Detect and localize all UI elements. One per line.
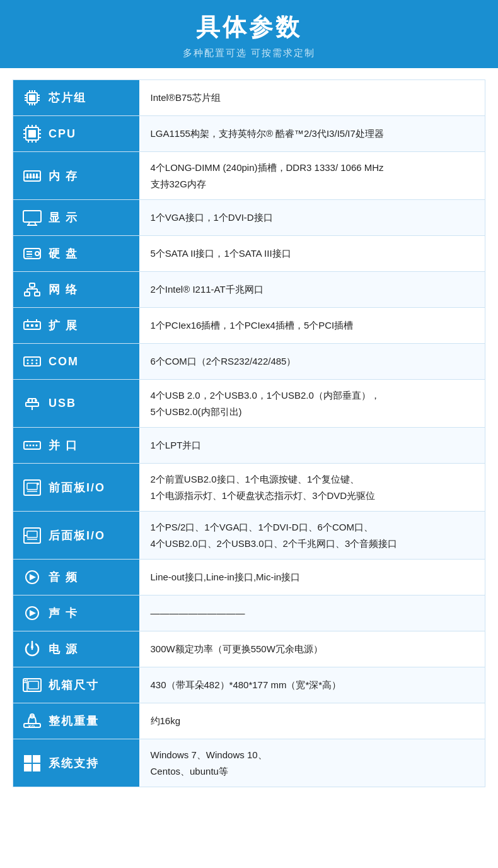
label-cell-hdd: 硬 盘 <box>13 236 139 272</box>
frontio-icon <box>21 476 43 499</box>
label-cell-com: COM <box>13 344 139 380</box>
label-cell-power: 电 源 <box>13 631 139 667</box>
svg-point-69 <box>35 399 37 402</box>
os-icon <box>21 752 43 775</box>
svg-point-61 <box>32 363 33 365</box>
chipset-icon <box>21 86 43 109</box>
spec-row-memory: 内 存4个LONG-DIMM (240pin)插槽，DDR3 1333/ 106… <box>13 152 485 200</box>
svg-rect-97 <box>24 755 32 763</box>
label-cell-soundcard: 声 卡 <box>13 595 139 631</box>
svg-point-60 <box>27 363 29 365</box>
usb-icon <box>21 392 43 415</box>
svg-point-79 <box>37 483 39 485</box>
label-cell-frontio: 前面板I/O <box>13 464 139 512</box>
label-cell-audio: 音 频 <box>13 560 139 595</box>
svg-marker-87 <box>30 610 36 616</box>
svg-point-73 <box>30 445 32 447</box>
value-cell-weight: 约16kg <box>139 703 485 739</box>
label-text-expansion: 扩 展 <box>49 318 78 333</box>
svg-rect-51 <box>26 324 29 327</box>
spec-row-os: 系统支持Windows 7、Windows 10、Centos、ubuntu等 <box>13 739 485 787</box>
value-cell-frontio: 2个前置USB2.0接口、1个电源按键、1个复位键、1个电源指示灯、1个硬盘状态… <box>139 464 485 512</box>
label-cell-display: 显 示 <box>13 200 139 236</box>
svg-rect-53 <box>35 324 38 327</box>
svg-point-57 <box>27 360 29 361</box>
spec-row-parallel: 并 口1个LPT并口 <box>13 428 485 464</box>
label-cell-chipset: 芯片组 <box>13 80 139 116</box>
audio-icon <box>21 566 43 589</box>
cpu-icon <box>21 122 43 145</box>
svg-rect-28 <box>24 171 40 181</box>
spec-row-chassissize: 机箱尺寸430（带耳朵482）*480*177 mm（宽*深*高） <box>13 667 485 703</box>
svg-point-92 <box>25 680 26 682</box>
value-cell-expansion: 1个PCIex16插槽，1个PCIex4插槽，5个PCI插槽 <box>139 308 485 344</box>
label-cell-os: 系统支持 <box>13 739 139 787</box>
value-cell-reario: 1个PS/2口、1个VGA口、1个DVI-D口、6个COM口、4个USB2.0口… <box>139 512 485 560</box>
label-text-com: COM <box>49 355 79 368</box>
value-cell-chassissize: 430（带耳朵482）*480*177 mm（宽*深*高） <box>139 667 485 703</box>
power-icon <box>21 638 43 660</box>
value-cell-soundcard: —————————— <box>139 595 485 631</box>
svg-rect-1 <box>29 95 35 101</box>
svg-rect-81 <box>27 531 37 537</box>
com-icon <box>21 350 43 373</box>
value-cell-hdd: 5个SATA II接口，1个SATA III接口 <box>139 236 485 272</box>
label-cell-cpu: CPU <box>13 116 139 152</box>
svg-rect-15 <box>28 130 36 138</box>
label-text-frontio: 前面板I/O <box>49 480 105 495</box>
value-cell-parallel: 1个LPT并口 <box>139 428 485 464</box>
label-text-os: 系统支持 <box>49 756 99 771</box>
value-cell-display: 1个VGA接口，1个DVI-D接口 <box>139 200 485 236</box>
svg-rect-45 <box>30 283 35 287</box>
value-cell-network: 2个Intel® I211-AT千兆网口 <box>139 272 485 308</box>
spec-row-weight: KG 整机重量约16kg <box>13 703 485 739</box>
parallel-icon <box>21 434 43 457</box>
spec-row-frontio: 前面板I/O2个前置USB2.0接口、1个电源按键、1个复位键、1个电源指示灯、… <box>13 464 485 512</box>
value-cell-audio: Line-out接口,Line-in接口,Mic-in接口 <box>139 560 485 595</box>
svg-rect-29 <box>26 173 28 179</box>
spec-row-com: COM6个COM口（2个RS232/422/485） <box>13 344 485 380</box>
value-cell-memory: 4个LONG-DIMM (240pin)插槽，DDR3 1333/ 1066 M… <box>139 152 485 200</box>
label-text-weight: 整机重量 <box>49 713 99 729</box>
svg-rect-32 <box>36 173 38 179</box>
value-cell-chipset: Intel®B75芯片组 <box>139 80 485 116</box>
svg-rect-99 <box>24 764 32 771</box>
weight-icon: KG <box>21 710 43 732</box>
label-text-memory: 内 存 <box>49 168 78 184</box>
svg-rect-100 <box>33 764 40 771</box>
label-text-usb: USB <box>49 397 76 410</box>
spec-row-soundcard: 声 卡—————————— <box>13 595 485 631</box>
label-cell-chassissize: 机箱尺寸 <box>13 667 139 703</box>
label-text-reario: 后面板I/O <box>49 528 105 543</box>
svg-point-72 <box>26 445 28 447</box>
svg-marker-85 <box>30 574 36 580</box>
chassis-icon <box>21 674 43 696</box>
svg-rect-43 <box>25 292 30 296</box>
value-cell-os: Windows 7、Windows 10、Centos、ubuntu等 <box>139 739 485 787</box>
label-cell-usb: USB <box>13 380 139 428</box>
network-icon <box>21 278 43 301</box>
value-cell-cpu: LGA1155构架，支持英特尔® 酷睿™2/3代I3/I5/I7处理器 <box>139 116 485 152</box>
svg-rect-52 <box>31 324 33 327</box>
spec-row-network: 网 络2个Intel® I211-AT千兆网口 <box>13 272 485 308</box>
page-subtitle: 多种配置可选 可按需求定制 <box>0 47 498 59</box>
label-text-hdd: 硬 盘 <box>49 246 78 261</box>
svg-text:KG: KG <box>28 724 35 729</box>
value-cell-com: 6个COM口（2个RS232/422/485） <box>139 344 485 380</box>
label-text-network: 网 络 <box>49 282 78 297</box>
page-title: 具体参数 <box>0 11 498 44</box>
svg-rect-56 <box>24 357 40 366</box>
svg-rect-76 <box>24 480 40 495</box>
label-cell-network: 网 络 <box>13 272 139 308</box>
value-cell-power: 300W额定功率（可更换550W冗余电源） <box>139 631 485 667</box>
label-cell-parallel: 并 口 <box>13 428 139 464</box>
svg-rect-63 <box>26 402 38 406</box>
spec-table: 芯片组Intel®B75芯片组 CPULGA1155构架，支持英特尔® 酷睿™2… <box>13 79 485 787</box>
spec-row-audio: 音 频Line-out接口,Line-in接口,Mic-in接口 <box>13 560 485 595</box>
svg-rect-93 <box>28 681 38 689</box>
spec-row-usb: USB4个USB 2.0，2个USB3.0，1个USB2.0（内部垂直），5个U… <box>13 380 485 428</box>
header: 具体参数 多种配置可选 可按需求定制 <box>0 0 498 68</box>
svg-rect-44 <box>35 292 40 296</box>
soundcard-icon <box>21 602 43 625</box>
label-cell-reario: 后面板I/O <box>13 512 139 560</box>
